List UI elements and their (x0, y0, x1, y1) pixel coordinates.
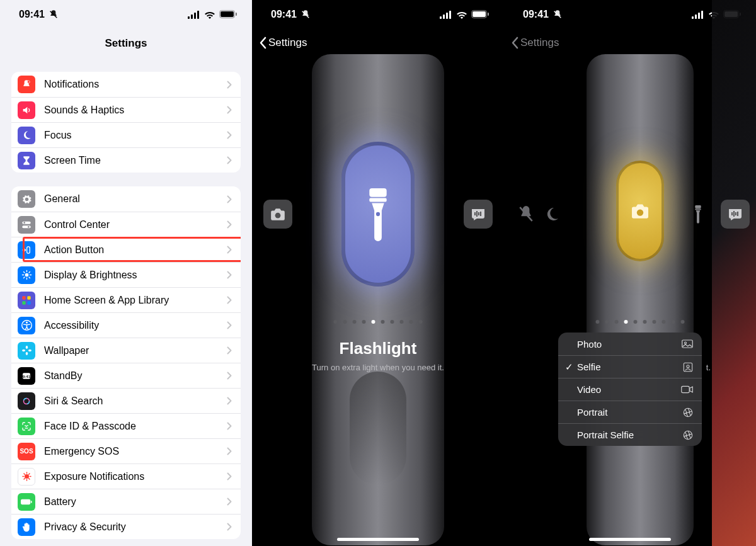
pager-dot[interactable] (362, 320, 366, 324)
svg-rect-51 (440, 16, 442, 19)
chevron-right-icon (227, 498, 232, 506)
back-button[interactable]: Settings (504, 29, 756, 57)
pager-dot[interactable] (653, 320, 656, 324)
action-button-preview[interactable] (616, 161, 664, 261)
camera-mode-portrait-selfie[interactable]: Portrait Selfie (558, 423, 702, 446)
row-label: StandBy (44, 370, 227, 382)
svg-rect-60 (476, 211, 478, 217)
flashlight-option-icon[interactable] (693, 204, 703, 224)
svg-rect-84 (682, 386, 689, 392)
svg-point-81 (685, 342, 687, 344)
camera-mode-menu: Photo✓SelfieVideoPortraitPortrait Selfie (558, 333, 702, 446)
svg-rect-59 (474, 212, 476, 215)
battery-icon (18, 493, 35, 511)
settings-row-home-screen-app-library[interactable]: Home Screen & App Library (11, 287, 241, 312)
svg-point-11 (28, 226, 30, 228)
back-button[interactable]: Settings (252, 29, 504, 57)
option-subtitle: Turn on extra light when you need it. (252, 363, 504, 372)
svg-rect-56 (472, 11, 486, 17)
wifi-icon (456, 11, 467, 19)
settings-row-general[interactable]: General (11, 186, 241, 212)
pager-dot[interactable] (391, 320, 394, 324)
svg-point-13 (25, 273, 28, 277)
svg-rect-57 (488, 13, 489, 16)
action-button-preview[interactable] (341, 142, 415, 287)
voice-memo-option-icon[interactable] (721, 200, 750, 229)
menu-item-label: Video (575, 384, 681, 395)
svg-rect-50 (31, 501, 32, 503)
pager-dot[interactable] (334, 320, 338, 324)
settings-row-accessibility[interactable]: Accessibility (11, 312, 241, 338)
camera-mode-video[interactable]: Video (558, 378, 702, 401)
pager-dot[interactable] (419, 320, 423, 324)
pager-dot[interactable] (643, 320, 647, 324)
svg-rect-62 (480, 212, 481, 216)
camera-mode-portrait[interactable]: Portrait (558, 401, 702, 423)
page-title: Settings (0, 29, 252, 58)
settings-row-emergency-sos[interactable]: SOSEmergency SOS (11, 438, 241, 464)
settings-row-notifications[interactable]: Notifications (11, 72, 241, 97)
pager-dot[interactable] (624, 320, 628, 324)
settings-row-control-center[interactable]: Control Center (11, 212, 241, 237)
pager-dot[interactable] (634, 320, 638, 324)
settings-row-siri-search[interactable]: Siri & Search (11, 388, 241, 413)
status-time: 09:41 (19, 9, 45, 20)
chevron-right-icon (227, 346, 232, 355)
settings-row-focus[interactable]: Focus (11, 122, 241, 147)
home-indicator[interactable] (589, 538, 671, 541)
settings-row-action-button[interactable]: Action Button (11, 237, 241, 262)
pager-dot[interactable] (681, 320, 685, 324)
svg-rect-63 (369, 188, 386, 197)
wifi-icon (204, 11, 215, 19)
svg-point-38 (25, 425, 26, 426)
pager-dot[interactable] (381, 320, 385, 324)
settings-row-battery[interactable]: Battery (11, 489, 241, 514)
pager-dot[interactable] (343, 320, 347, 324)
svg-line-19 (29, 277, 30, 278)
row-label: Screen Time (44, 155, 227, 166)
pager-dot[interactable] (410, 320, 413, 324)
pager-dot[interactable] (596, 320, 600, 324)
row-label: Battery (44, 496, 227, 508)
page-indicator[interactable] (596, 320, 685, 324)
moon-icon (18, 127, 35, 144)
bell-slash-icon (301, 9, 311, 20)
pager-dot[interactable] (615, 320, 619, 324)
camera-option-icon[interactable] (263, 200, 292, 229)
pager-dot[interactable] (662, 320, 666, 324)
settings-row-wallpaper[interactable]: Wallpaper (11, 338, 241, 363)
svg-rect-12 (27, 246, 30, 253)
settings-row-standby[interactable]: 9:41StandBy (11, 363, 241, 388)
svg-point-29 (25, 346, 28, 349)
pager-dot[interactable] (353, 320, 357, 324)
accessibility-icon (18, 317, 35, 334)
svg-rect-61 (478, 212, 479, 215)
pager-dot[interactable] (372, 320, 375, 324)
pager-dot[interactable] (672, 320, 675, 324)
row-label: Focus (44, 130, 227, 141)
svg-rect-80 (682, 340, 693, 348)
settings-row-face-id-passcode[interactable]: Face ID & Passcode (11, 413, 241, 438)
svg-rect-5 (220, 11, 234, 17)
settings-row-display-brightness[interactable]: Display & Brightness (11, 262, 241, 287)
settings-row-privacy-security[interactable]: Privacy & Security (11, 514, 241, 539)
settings-row-exposure-notifications[interactable]: Exposure Notifications (11, 464, 241, 489)
chevron-right-icon (227, 372, 232, 380)
silent-option-icon[interactable] (518, 205, 534, 223)
pager-dot[interactable] (605, 320, 609, 324)
voice-memo-option-icon[interactable] (464, 200, 493, 229)
camera-mode-selfie[interactable]: ✓Selfie (558, 355, 702, 378)
svg-rect-73 (695, 205, 701, 208)
chevron-right-icon (227, 447, 232, 455)
svg-point-27 (26, 322, 28, 324)
home-indicator[interactable] (337, 538, 419, 541)
page-indicator[interactable] (334, 320, 423, 324)
sun-icon (18, 266, 35, 284)
focus-option-icon[interactable] (544, 207, 559, 222)
camera-mode-photo[interactable]: Photo (558, 333, 702, 355)
settings-group-2: GeneralControl CenterAction ButtonDispla… (11, 186, 241, 539)
settings-row-screen-time[interactable]: Screen Time (11, 147, 241, 173)
settings-row-sounds-haptics[interactable]: Sounds & Haptics (11, 97, 241, 122)
switches-icon (18, 216, 35, 234)
pager-dot[interactable] (400, 320, 404, 324)
